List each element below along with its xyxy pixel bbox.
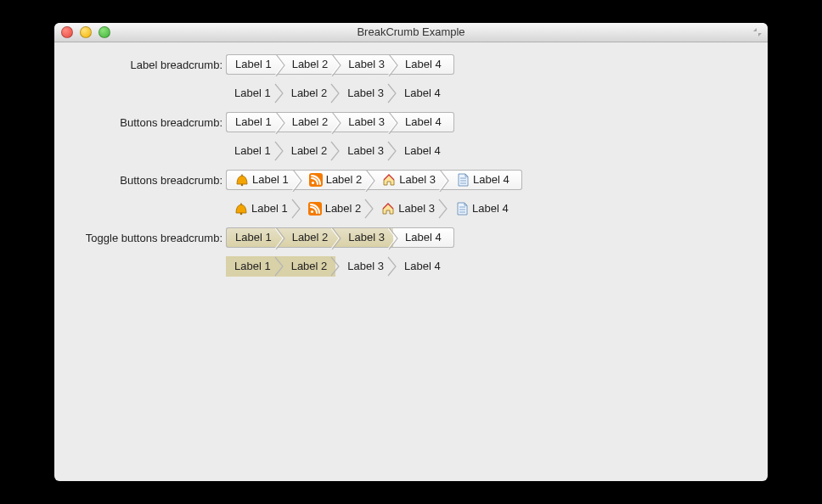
breadcrumb-item[interactable]: Label 2: [280, 227, 337, 248]
breadcrumb-item[interactable]: Label 3: [336, 112, 393, 132]
breadcrumb-item-label: Label 1: [234, 83, 271, 104]
breadcrumb-item[interactable]: Label 1: [226, 54, 280, 75]
breadcrumb: Label 1Label 2Label 3Label 4: [226, 199, 517, 219]
breadcrumb-item[interactable]: Label 2: [279, 83, 336, 104]
breadcrumb-item[interactable]: Label 2: [280, 112, 337, 132]
breadcrumb: Label 1Label 2Label 3Label 4: [226, 227, 454, 248]
breadcrumb-item-label: Label 2: [292, 227, 329, 248]
window-title: BreakCrumb Example: [357, 25, 464, 38]
breadcrumb-item-label: Label 4: [404, 256, 441, 277]
breadcrumb-item-label: Label 3: [348, 227, 385, 248]
page-icon: [455, 202, 469, 216]
row-label: Label breadcrumb:: [68, 59, 226, 71]
breadcrumb-item-label: Label 3: [348, 54, 385, 75]
breadcrumb-item[interactable]: Label 4: [443, 199, 517, 219]
breadcrumb-item[interactable]: Label 4: [392, 83, 449, 104]
breadcrumb-item-label: Label 2: [326, 170, 363, 190]
breadcrumb-item-label: Label 2: [291, 256, 328, 277]
breadcrumb-item[interactable]: Label 2: [280, 54, 337, 75]
fullscreen-icon[interactable]: [752, 27, 763, 37]
breadcrumb-item-label: Label 1: [251, 199, 288, 219]
breadcrumb: Label 1Label 2Label 3Label 4: [226, 256, 449, 277]
breadcrumb-item-label: Label 2: [292, 112, 329, 132]
breadcrumb-item[interactable]: Label 4: [393, 112, 454, 132]
close-icon[interactable]: [61, 26, 73, 38]
rss-icon: [309, 173, 323, 187]
breadcrumb-item-label: Label 4: [404, 83, 441, 104]
breadcrumb-item-label: Label 2: [325, 199, 362, 219]
titlebar: BreakCrumb Example: [54, 23, 768, 42]
breadcrumb-item[interactable]: Label 1: [226, 141, 279, 161]
content-area: Label breadcrumb:Label 1Label 2Label 3La…: [54, 42, 768, 299]
app-window: BreakCrumb Example Label breadcrumb:Labe…: [54, 23, 768, 481]
window-controls: [61, 26, 110, 38]
breadcrumb-item-label: Label 2: [291, 141, 328, 161]
breadcrumb-item-label: Label 1: [252, 170, 289, 190]
breadcrumb-item-label: Label 3: [347, 141, 384, 161]
rss-icon: [308, 202, 322, 216]
breadcrumb-item-label: Label 1: [235, 54, 272, 75]
breadcrumb-item[interactable]: Label 4: [392, 141, 449, 161]
breadcrumb-item-label: Label 1: [234, 141, 271, 161]
breadcrumb-item-label: Label 4: [405, 54, 442, 75]
zoom-icon[interactable]: [99, 26, 110, 38]
breadcrumb-item[interactable]: Label 3: [335, 141, 392, 161]
breadcrumb-item[interactable]: Label 3: [335, 83, 392, 104]
breadcrumb: Label 1Label 2Label 3Label 4: [226, 112, 454, 132]
breadcrumb-item[interactable]: Label 1: [226, 256, 279, 277]
breadcrumb-item-label: Label 3: [348, 112, 385, 132]
breadcrumb-item[interactable]: Label 1: [226, 227, 280, 248]
breadcrumb-item[interactable]: Label 2: [279, 256, 336, 277]
breadcrumb-item[interactable]: Label 3: [336, 227, 393, 248]
row-label: Toggle buttons breadcrumb:: [68, 232, 226, 244]
breadcrumb-item[interactable]: Label 3: [370, 170, 444, 190]
breadcrumb-item-label: Label 3: [347, 256, 384, 277]
breadcrumb-item-label: Label 1: [235, 227, 272, 248]
bell-icon: [235, 173, 249, 187]
breadcrumb: Label 1Label 2Label 3Label 4: [226, 170, 522, 190]
breadcrumb-item-label: Label 4: [472, 199, 509, 219]
row-label: Buttons breadcrumb:: [68, 116, 226, 129]
breadcrumb: Label 1Label 2Label 3Label 4: [226, 54, 454, 75]
breadcrumb-item[interactable]: Label 4: [444, 170, 522, 190]
breadcrumb: Label 1Label 2Label 3Label 4: [226, 141, 449, 161]
row-label: Buttons breadcrumb:: [68, 174, 226, 187]
breadcrumb-item-label: Label 4: [473, 170, 510, 190]
breadcrumb-item-label: Label 4: [405, 227, 442, 248]
breadcrumb-item[interactable]: Label 3: [369, 199, 443, 219]
breadcrumb-item[interactable]: Label 1: [226, 199, 296, 219]
breadcrumb-item[interactable]: Label 2: [279, 141, 336, 161]
breadcrumb-item[interactable]: Label 1: [226, 83, 279, 104]
breadcrumb-item[interactable]: Label 1: [226, 112, 280, 132]
breadcrumb-item-label: Label 3: [347, 83, 384, 104]
breadcrumb: Label 1Label 2Label 3Label 4: [226, 83, 449, 104]
page-icon: [456, 173, 470, 187]
breadcrumb-item-label: Label 1: [235, 112, 272, 132]
breadcrumb-item-label: Label 2: [292, 54, 329, 75]
breadcrumb-item[interactable]: Label 3: [335, 256, 392, 277]
bell-icon: [234, 202, 248, 216]
breadcrumb-item[interactable]: Label 2: [297, 170, 371, 190]
breadcrumb-item-label: Label 1: [234, 256, 271, 277]
breadcrumb-item[interactable]: Label 4: [392, 256, 449, 277]
breadcrumb-item-label: Label 4: [404, 141, 441, 161]
breadcrumb-item[interactable]: Label 2: [296, 199, 370, 219]
breadcrumb-item-label: Label 3: [398, 199, 435, 219]
minimize-icon[interactable]: [80, 26, 92, 38]
breadcrumb-item[interactable]: Label 4: [393, 227, 454, 248]
breadcrumb-item-label: Label 3: [399, 170, 436, 190]
breadcrumb-item[interactable]: Label 4: [393, 54, 454, 75]
breadcrumb-item[interactable]: Label 1: [226, 170, 297, 190]
breadcrumb-item-label: Label 2: [291, 83, 328, 104]
home-icon: [381, 202, 395, 216]
home-icon: [382, 173, 396, 187]
breadcrumb-item[interactable]: Label 3: [336, 54, 393, 75]
breadcrumb-item-label: Label 4: [405, 112, 442, 132]
